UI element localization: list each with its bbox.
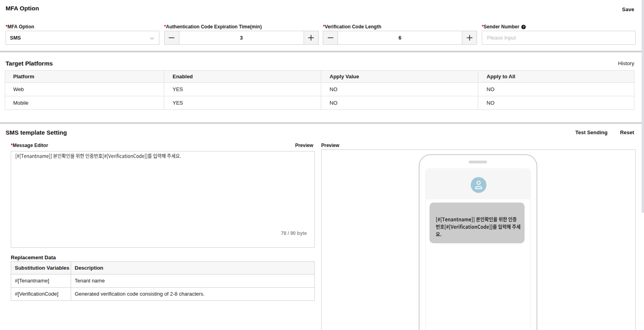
svg-text:?: ? [523, 25, 525, 29]
